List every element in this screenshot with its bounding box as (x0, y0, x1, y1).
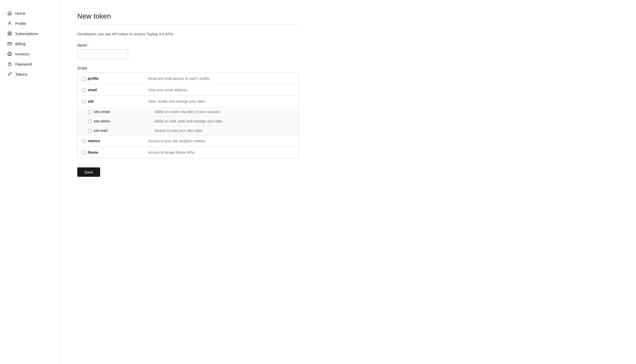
sidebar-item-profile[interactable]: Profile (0, 18, 61, 28)
scope-name-theme: theme (88, 150, 98, 154)
sidebar-item-password[interactable]: Password (0, 59, 61, 69)
sidebar-item-tokens-label: Tokens (15, 72, 27, 76)
page-description: Developers can use API token to access T… (77, 32, 299, 36)
printer-icon (7, 51, 12, 56)
title-divider (77, 24, 299, 25)
credit-card-icon (7, 41, 12, 46)
scope-checkbox-email[interactable] (82, 88, 86, 92)
scope-left-site: site (82, 99, 148, 103)
scope-checkbox-site-create[interactable] (88, 110, 92, 114)
scope-left-profile: profile (82, 76, 148, 81)
sidebar: Home Profile Subscriptions (0, 0, 61, 364)
scope-checkbox-site-read[interactable] (88, 129, 92, 133)
scope-name-metrics: metrics (88, 139, 100, 143)
sidebar-item-home-label: Home (15, 11, 25, 15)
sidebar-item-invoices-label: Invoices (15, 52, 29, 56)
scope-row-site-read: site:read Access to read your sites data… (78, 126, 299, 135)
scope-label: Scope (77, 66, 299, 70)
main-content: New token Developers can use API token t… (61, 0, 315, 364)
save-button[interactable]: Save (77, 167, 100, 177)
scope-checkbox-metrics[interactable] (82, 139, 86, 143)
sidebar-item-invoices[interactable]: Invoices (0, 49, 61, 59)
scope-description-theme: Access to design theme APIs. (148, 150, 294, 154)
scope-checkbox-theme[interactable] (82, 151, 86, 154)
scope-site-children: site:create Ability to create new sites … (78, 107, 299, 135)
lock-icon (7, 61, 12, 67)
svg-point-0 (9, 22, 10, 23)
required-asterisk: * (87, 43, 88, 47)
svg-line-13 (10, 73, 11, 74)
scope-checkbox-site-admin[interactable] (88, 120, 92, 123)
sidebar-item-billing[interactable]: Billing (0, 39, 61, 49)
scope-row-site-admin: site:admin Ability to read, write and ma… (78, 116, 299, 126)
sidebar-item-billing-label: Billing (15, 42, 25, 46)
scope-name-site-admin: site:admin (94, 119, 110, 123)
svg-rect-9 (8, 64, 11, 66)
name-input[interactable] (77, 49, 128, 59)
scope-row-theme: theme Access to design theme APIs. (78, 147, 299, 158)
scope-left-theme: theme (82, 150, 148, 154)
svg-rect-1 (8, 32, 9, 33)
key-icon (7, 72, 12, 77)
scope-name-site: site (88, 99, 94, 103)
scope-description-site-admin: Ability to read, write and manage your s… (154, 119, 294, 123)
scope-row-metrics: metrics Access to your site analytics me… (78, 135, 299, 147)
sidebar-item-subscriptions[interactable]: Subscriptions (0, 28, 61, 39)
sidebar-item-profile-label: Profile (15, 21, 26, 26)
scope-row-site-create: site:create Ability to create new sites … (78, 107, 299, 116)
grid-icon (7, 31, 12, 36)
scope-row-email: email View your email address. (78, 84, 299, 96)
name-label: Name* (77, 43, 299, 47)
scope-description-metrics: Access to your site analytics metrics. (148, 139, 294, 143)
scope-group-site: site View, create and manage your sites.… (78, 96, 299, 135)
home-icon (7, 11, 12, 16)
svg-point-8 (11, 54, 11, 54)
sidebar-item-tokens[interactable]: Tokens (0, 69, 61, 79)
scope-left-email: email (82, 88, 148, 92)
scope-left-site-read: site:read (88, 129, 154, 133)
sidebar-item-home[interactable]: Home (0, 8, 61, 18)
scope-description-email: View your email address. (148, 88, 294, 92)
svg-rect-4 (10, 34, 11, 35)
user-icon (7, 21, 12, 26)
scope-checkbox-profile[interactable] (82, 77, 86, 81)
scope-table: profile Read and write access to user's … (77, 73, 299, 158)
scope-description-site: View, create and manage your sites. (148, 99, 294, 103)
scope-name-site-create: site:create (94, 110, 110, 114)
scope-name-site-read: site:read (94, 129, 108, 133)
scope-left-metrics: metrics (82, 139, 148, 143)
scope-description-site-create: Ability to create new sites in your acco… (154, 110, 294, 114)
page-title: New token (77, 12, 299, 20)
svg-line-12 (11, 73, 11, 73)
scope-row-profile: profile Read and write access to user's … (78, 73, 299, 84)
scope-name-profile: profile (88, 76, 99, 81)
scope-left-site-create: site:create (88, 110, 154, 114)
svg-rect-3 (8, 34, 9, 35)
scope-description-site-read: Access to read your sites data. (154, 129, 294, 133)
svg-rect-5 (8, 42, 12, 45)
sidebar-item-subscriptions-label: Subscriptions (15, 31, 38, 36)
sidebar-item-password-label: Password (15, 62, 32, 66)
svg-rect-2 (10, 32, 11, 33)
svg-point-10 (8, 74, 10, 75)
scope-left-site-admin: site:admin (88, 119, 154, 123)
scope-row-site: site View, create and manage your sites. (78, 96, 299, 107)
scope-description-profile: Read and write access to user's profile. (148, 76, 294, 81)
scope-name-email: email (88, 88, 97, 92)
scope-checkbox-site[interactable] (82, 100, 86, 103)
